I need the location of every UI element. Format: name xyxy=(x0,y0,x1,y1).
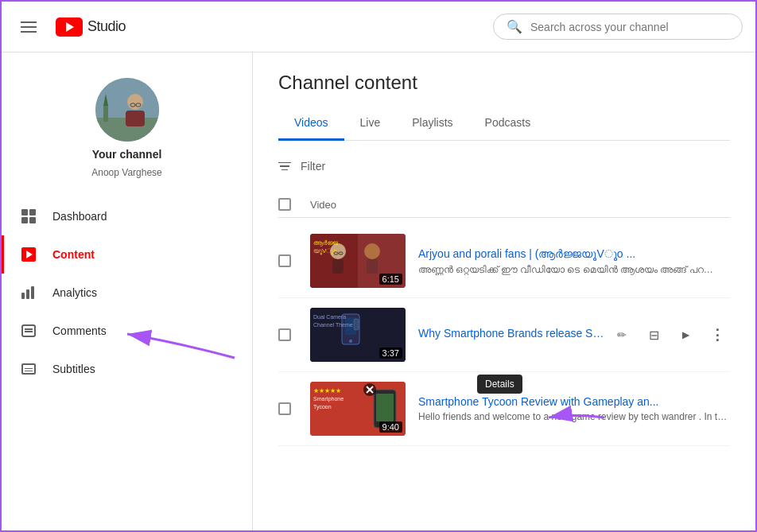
video-info-1: Arjyou and porali fans | (ആർജ്ജയൂVൂo ...… xyxy=(418,247,730,275)
svg-rect-2 xyxy=(103,106,108,122)
search-input[interactable] xyxy=(530,21,729,33)
page-title: Channel content xyxy=(278,72,730,94)
more-icon xyxy=(710,326,724,344)
video-list-header: Video xyxy=(278,192,730,218)
tabs-bar: Videos Live Playlists Podcasts xyxy=(278,107,730,141)
sidebar-nav: Dashboard Content Analytics xyxy=(2,197,252,388)
header-left: Studio xyxy=(14,15,126,39)
video-title-2: Why Smartphone Brands release Special ed… xyxy=(418,327,609,340)
header-checkbox-area xyxy=(278,198,310,211)
sidebar-item-analytics[interactable]: Analytics xyxy=(2,274,252,312)
checkbox-v2 xyxy=(278,328,310,341)
video-actions-2: ⊟ ▶ xyxy=(609,322,730,348)
svg-rect-14 xyxy=(367,259,378,274)
svg-rect-12 xyxy=(332,259,344,274)
svg-point-22 xyxy=(349,340,352,343)
avatar xyxy=(95,78,159,142)
svg-rect-31 xyxy=(376,394,394,421)
studio-label: Studio xyxy=(87,18,126,35)
video-title-3: Smartphone Tycoon Review with Gameplay a… xyxy=(418,395,730,408)
content-icon xyxy=(21,247,37,262)
svg-text:Smartphone: Smartphone xyxy=(313,396,344,402)
svg-text:Channel Theme: Channel Theme xyxy=(313,322,353,328)
search-icon: 🔍 xyxy=(507,19,522,34)
content-area: Channel content Videos Live Playlists Po… xyxy=(253,52,755,530)
video-thumbnail-2: Dual Camera Channel Theme 3:37 xyxy=(310,308,406,362)
video-row-1: ആർജ്ജ യൂVൂo 6:15 Arjyou and porali fans … xyxy=(278,224,730,298)
active-bar xyxy=(2,235,4,274)
dashboard-label: Dashboard xyxy=(52,210,107,223)
svg-text:★★★★★: ★★★★★ xyxy=(313,387,341,394)
video-checkbox-3[interactable] xyxy=(278,402,291,415)
video-column-header: Video xyxy=(310,199,336,211)
analytics-label: Analytics xyxy=(52,286,97,299)
sidebar-item-content[interactable]: Content xyxy=(2,235,252,274)
comments-label: Comments xyxy=(52,324,107,337)
svg-text:Dual Camera: Dual Camera xyxy=(313,314,346,320)
checkbox-v1 xyxy=(278,254,310,267)
channel-info: Your channel Anoop Varghese xyxy=(2,65,252,191)
sidebar-item-comments[interactable]: Comments xyxy=(2,312,252,350)
video-row-2: Dual Camera Channel Theme 3:37 Why Smart… xyxy=(278,298,730,372)
tab-podcasts[interactable]: Podcasts xyxy=(469,107,547,141)
video-duration-2: 3:37 xyxy=(379,348,402,359)
filter-label: Filter xyxy=(301,160,325,173)
subtitles-action-icon: ⊟ xyxy=(649,328,659,343)
logo[interactable]: Studio xyxy=(56,17,126,37)
filter-icon xyxy=(278,162,291,171)
more-button-2[interactable] xyxy=(705,322,730,348)
video-info-3: Smartphone Tycoon Review with Gameplay a… xyxy=(418,395,730,422)
checkbox-v3 xyxy=(278,402,310,415)
youtube-logo-icon xyxy=(56,17,83,37)
tab-playlists[interactable]: Playlists xyxy=(396,107,468,141)
svg-point-13 xyxy=(364,243,380,259)
hamburger-menu-icon[interactable] xyxy=(14,15,43,39)
content-label: Content xyxy=(52,248,95,261)
video-checkbox-1[interactable] xyxy=(278,254,291,267)
select-all-checkbox[interactable] xyxy=(278,198,291,211)
video-thumbnail-1: ആർജ്ജ യൂVൂo 6:15 xyxy=(310,234,406,288)
video-duration-1: 6:15 xyxy=(379,274,402,285)
filter-row[interactable]: Filter xyxy=(278,153,730,179)
channel-handle: Anoop Varghese xyxy=(91,167,162,178)
details-tooltip: Details xyxy=(477,375,522,394)
video-thumbnail-3: ★★★★★ Smartphone Tycoon 9:40 xyxy=(310,382,406,436)
search-bar[interactable]: 🔍 xyxy=(493,14,743,40)
svg-point-4 xyxy=(127,94,143,110)
edit-icon xyxy=(617,328,627,342)
video-info-2: Why Smartphone Brands release Special ed… xyxy=(418,327,609,343)
video-desc-1: അണ്ണൻ ഒറ്റയടിക്ക് ഈ വീഡിയോ ടെ മെയിൻ ആശയം… xyxy=(418,264,730,275)
channel-name: Your channel xyxy=(92,148,162,161)
video-title-1: Arjyou and porali fans | (ആർജ്ജയൂVൂo ... xyxy=(418,247,730,261)
svg-rect-8 xyxy=(126,111,145,126)
svg-text:ആർജ്ജ: ആർജ്ജ xyxy=(313,239,339,247)
play-action-icon: ▶ xyxy=(682,329,689,340)
subtitles-label: Subtitles xyxy=(52,363,95,375)
header: Studio 🔍 xyxy=(2,2,755,52)
edit-button-2[interactable] xyxy=(609,322,635,348)
svg-text:Tycoon: Tycoon xyxy=(313,404,332,410)
sidebar: Your channel Anoop Varghese Dashboard C xyxy=(2,52,253,530)
comments-icon xyxy=(21,323,37,339)
video-checkbox-2[interactable] xyxy=(278,328,291,341)
tab-videos[interactable]: Videos xyxy=(278,107,344,141)
sidebar-item-dashboard[interactable]: Dashboard xyxy=(2,197,252,235)
sidebar-item-subtitles[interactable]: Subtitles xyxy=(2,350,252,388)
dashboard-icon xyxy=(21,208,37,224)
subtitles-icon xyxy=(21,361,37,377)
analytics-icon xyxy=(21,285,37,301)
main-layout: Your channel Anoop Varghese Dashboard C xyxy=(2,52,755,530)
tab-live[interactable]: Live xyxy=(344,107,397,141)
video-duration-3: 9:40 xyxy=(379,421,402,433)
subtitles-button-2[interactable]: ⊟ xyxy=(641,322,666,348)
video-desc-3: Hello friends and welcome to a new game … xyxy=(418,411,730,422)
svg-rect-23 xyxy=(354,319,359,330)
play-button-2[interactable]: ▶ xyxy=(673,322,698,348)
